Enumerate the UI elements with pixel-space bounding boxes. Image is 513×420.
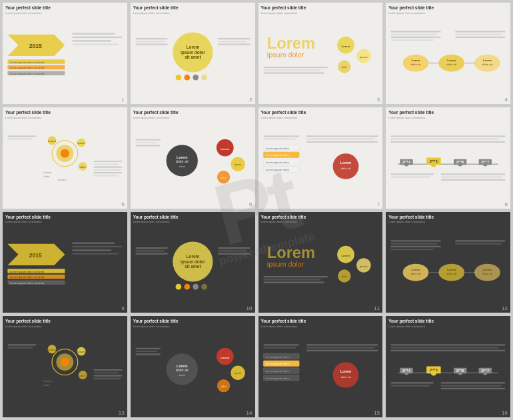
svg-rect-159 — [263, 276, 328, 277]
svg-rect-160 — [263, 279, 320, 280]
slide-8-content: 2014 2015 2016 2017 — [387, 119, 509, 202]
slide-1[interactable]: Your perfect slide title Lorem ipsum dol… — [2, 2, 128, 105]
svg-rect-4 — [72, 40, 111, 41]
slide-15[interactable]: Your perfect slide title Lorem ipsum dol… — [258, 315, 384, 418]
slide-11[interactable]: Your perfect slide title Lorem ipsum dol… — [258, 211, 384, 314]
svg-rect-208 — [135, 353, 161, 355]
svg-rect-88 — [263, 135, 299, 137]
svg-text:Lorem: Lorem — [58, 178, 67, 181]
slide-grid: Your perfect slide title Lorem ipsum dol… — [0, 0, 513, 420]
svg-rect-195 — [93, 378, 121, 379]
svg-rect-128 — [72, 245, 122, 247]
svg-text:Lorem: Lorem — [221, 356, 229, 359]
svg-rect-194 — [93, 375, 122, 377]
svg-rect-130 — [72, 253, 119, 254]
svg-point-237 — [404, 371, 408, 375]
slide-3-title: Your perfect slide title — [258, 3, 383, 11]
svg-rect-219 — [306, 345, 378, 346]
svg-text:Lorem: Lorem — [483, 268, 492, 271]
svg-rect-16 — [135, 38, 167, 39]
svg-text:ipsum: ipsum — [235, 373, 241, 375]
svg-rect-120 — [391, 173, 434, 175]
svg-rect-192 — [93, 369, 122, 371]
slide-3[interactable]: Your perfect slide title Lorem ipsum dol… — [258, 2, 384, 105]
svg-text:dolor sit: dolor sit — [176, 368, 189, 372]
svg-text:Lorem: Lorem — [48, 348, 57, 351]
slide-10[interactable]: Your perfect slide title Lorem ipsum dol… — [130, 211, 256, 314]
svg-text:Lorem ipsum dolor sit amet: Lorem ipsum dolor sit amet — [10, 72, 45, 75]
svg-rect-178 — [455, 243, 502, 244]
svg-rect-210 — [263, 347, 295, 349]
slide-13[interactable]: Your perfect slide title Lorem ipsum dol… — [2, 315, 128, 418]
slide-5[interactable]: Your perfect slide title Lorem ipsum dol… — [2, 107, 128, 209]
slide-13-content: Lorem ipsum dolor Lorem dolor — [4, 328, 126, 411]
slide-9[interactable]: Your perfect slide title Lorem ipsum dol… — [2, 211, 128, 314]
svg-rect-163 — [391, 243, 438, 244]
svg-rect-39 — [391, 37, 441, 38]
svg-rect-244 — [441, 385, 502, 387]
slide-2-title: Your perfect slide title — [131, 3, 255, 11]
svg-text:ipsum: ipsum — [77, 350, 85, 353]
slide-15-number: 15 — [374, 410, 380, 416]
slide-3-content: Lorem ipsum dolor Lorem ipsum dolor — [260, 15, 382, 97]
slide-14[interactable]: Your perfect slide title Lorem ipsum dol… — [130, 315, 256, 418]
slide-5-content: Lorem ipsum dolor Lorem dolor Lorem — [4, 119, 126, 202]
svg-rect-18 — [135, 44, 167, 45]
svg-rect-220 — [306, 347, 374, 349]
svg-rect-5 — [72, 44, 119, 45]
svg-rect-54 — [455, 37, 505, 38]
svg-text:Lorem: Lorem — [340, 161, 351, 165]
svg-text:ipsum: ipsum — [77, 141, 85, 145]
slide-6[interactable]: Your perfect slide title Lorem ipsum dol… — [130, 107, 256, 209]
slide-15-title: Your perfect slide title — [258, 316, 383, 325]
svg-rect-3 — [72, 37, 122, 38]
slide-2[interactable]: Your perfect slide title Lorem ipsum dol… — [130, 2, 256, 105]
svg-text:dolor: dolor — [43, 383, 50, 387]
svg-point-117 — [431, 161, 437, 167]
svg-rect-241 — [391, 382, 434, 383]
svg-rect-122 — [441, 173, 506, 175]
svg-text:Lorem: Lorem — [483, 59, 492, 62]
svg-point-118 — [458, 162, 462, 166]
svg-text:dolor sit: dolor sit — [411, 271, 422, 275]
slide-7-title: Your perfect slide title — [258, 107, 383, 116]
svg-rect-129 — [72, 249, 111, 251]
svg-text:Lorem: Lorem — [43, 171, 52, 174]
svg-point-240 — [483, 371, 487, 375]
svg-text:dolor sit: dolor sit — [411, 63, 422, 66]
slide-2-number: 2 — [249, 97, 252, 103]
svg-rect-177 — [455, 240, 505, 241]
svg-rect-19 — [218, 38, 250, 39]
svg-rect-38 — [391, 34, 438, 35]
slide-7[interactable]: Your perfect slide title Lorem ipsum dol… — [258, 107, 384, 209]
slide-13-number: 13 — [119, 410, 125, 416]
slide-16[interactable]: Your perfect slide title Lorem ipsum dol… — [385, 315, 511, 418]
svg-text:Lorem: Lorem — [186, 254, 199, 259]
slide-12[interactable]: Your perfect slide title Lorem ipsum dol… — [385, 211, 511, 314]
svg-rect-127 — [72, 242, 115, 243]
svg-rect-35 — [263, 69, 320, 71]
slide-10-title: Your perfect slide title — [131, 212, 255, 221]
svg-rect-209 — [263, 345, 299, 346]
svg-text:Lorem ipsum dolor: Lorem ipsum dolor — [265, 363, 289, 366]
svg-text:dolor sit: dolor sit — [446, 271, 457, 275]
svg-text:sit amet: sit amet — [185, 55, 201, 59]
slide-1-content: 2015 Lorem ipsum dolor sit amet Lorem ip… — [4, 15, 126, 97]
slide-4[interactable]: Your perfect slide title Lorem ipsum dol… — [385, 2, 511, 105]
slide-8[interactable]: Your perfect slide title Lorem ipsum dol… — [385, 107, 511, 209]
svg-rect-70 — [93, 163, 119, 165]
svg-text:dolor sit: dolor sit — [340, 375, 351, 379]
svg-text:Lorem: Lorem — [340, 370, 351, 374]
svg-rect-193 — [93, 372, 119, 373]
svg-point-116 — [404, 162, 408, 166]
svg-rect-206 — [135, 348, 161, 349]
svg-text:Lorem ipsum dolor sit amet: Lorem ipsum dolor sit amet — [10, 66, 45, 69]
svg-rect-226 — [391, 347, 498, 349]
svg-rect-53 — [455, 34, 502, 35]
svg-rect-221 — [306, 350, 378, 351]
slide-14-number: 14 — [247, 410, 253, 416]
svg-rect-89 — [263, 138, 295, 139]
svg-text:dolor sit: dolor sit — [482, 271, 493, 275]
slide-9-content: 2015 Lorem ipsum dolor sit amet Lorem ip… — [4, 224, 126, 307]
svg-text:Lorem: Lorem — [447, 59, 456, 62]
